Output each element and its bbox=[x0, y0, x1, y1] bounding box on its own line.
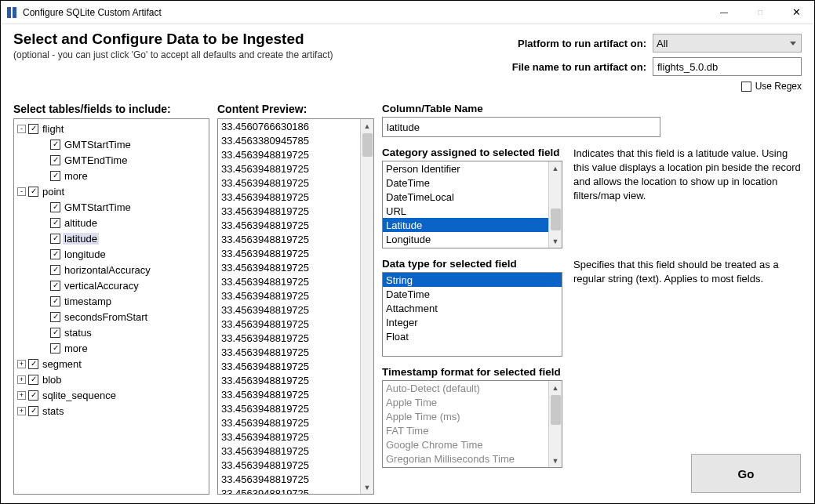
tree-checkbox[interactable]: ✓ bbox=[50, 296, 60, 306]
tree-node-label[interactable]: stats bbox=[41, 405, 65, 417]
tree-checkbox[interactable]: ✓ bbox=[28, 390, 38, 401]
tree-row[interactable]: -✓flight bbox=[17, 121, 206, 136]
tree-row[interactable]: ✓latitude bbox=[17, 230, 206, 246]
datatype-listbox[interactable]: StringDateTimeAttachmentIntegerFloat bbox=[382, 272, 562, 357]
list-item[interactable]: Float bbox=[383, 329, 562, 343]
preview-scrollbar[interactable]: ▲ ▼ bbox=[360, 119, 373, 494]
tree-node-label[interactable]: GMTStartTime bbox=[63, 201, 133, 213]
list-item[interactable]: Longitude bbox=[383, 232, 562, 246]
timestamp-listbox[interactable]: Auto-Detect (default)Apple TimeApple Tim… bbox=[382, 380, 562, 468]
scroll-up-icon[interactable]: ▲ bbox=[549, 161, 562, 175]
tree-checkbox[interactable]: ✓ bbox=[50, 281, 60, 291]
tree-row[interactable]: ✓status bbox=[17, 325, 206, 340]
tree-node-label[interactable]: altitude bbox=[63, 217, 99, 229]
tree-checkbox[interactable]: ✓ bbox=[28, 187, 38, 197]
tree-node-label[interactable]: latitude bbox=[63, 233, 99, 245]
tree-row[interactable]: ✓GMTStartTime bbox=[17, 199, 206, 215]
expand-icon[interactable]: + bbox=[17, 375, 26, 384]
tree-row[interactable]: +✓blob bbox=[17, 372, 206, 387]
expand-icon[interactable]: + bbox=[17, 407, 26, 415]
list-item[interactable]: URL bbox=[383, 204, 562, 218]
scroll-thumb[interactable] bbox=[551, 208, 561, 230]
tree-row[interactable]: ✓timestamp bbox=[17, 293, 206, 309]
tree-row[interactable]: ✓GMTStartTime bbox=[17, 136, 206, 152]
tree-checkbox[interactable]: ✓ bbox=[28, 406, 38, 416]
tree-row[interactable]: ✓secondsFromStart bbox=[17, 309, 206, 325]
scroll-up-icon[interactable]: ▲ bbox=[549, 381, 562, 394]
use-regex-label: Use Regex bbox=[755, 81, 802, 92]
tree-checkbox[interactable]: ✓ bbox=[50, 312, 60, 322]
list-item[interactable]: String bbox=[383, 273, 562, 287]
list-item[interactable]: Integer bbox=[383, 315, 562, 329]
scroll-down-icon[interactable]: ▼ bbox=[361, 480, 373, 494]
scroll-thumb[interactable] bbox=[551, 395, 561, 425]
tree-row[interactable]: ✓verticalAccuracy bbox=[17, 277, 206, 293]
tree-node-label[interactable]: point bbox=[41, 186, 66, 198]
list-item[interactable]: Person Identifier bbox=[383, 161, 562, 176]
expand-icon[interactable]: + bbox=[17, 391, 26, 400]
collapse-icon[interactable]: - bbox=[17, 125, 26, 133]
scroll-down-icon[interactable]: ▼ bbox=[549, 234, 562, 248]
tree-row[interactable]: +✓sqlite_sequence bbox=[17, 387, 206, 403]
tree-checkbox[interactable]: ✓ bbox=[50, 155, 60, 165]
tree-row[interactable]: -✓point bbox=[17, 183, 206, 199]
tree-node-label[interactable]: more bbox=[63, 343, 89, 354]
collapse-icon[interactable]: - bbox=[17, 187, 26, 196]
tree-node-label[interactable]: GMTStartTime bbox=[63, 139, 133, 150]
list-item[interactable]: Latitude bbox=[383, 218, 562, 232]
tree-checkbox[interactable]: ✓ bbox=[28, 375, 38, 385]
list-item[interactable]: DateTimeLocal bbox=[383, 190, 562, 204]
tree-checkbox[interactable]: ✓ bbox=[28, 359, 38, 369]
tree-checkbox[interactable]: ✓ bbox=[50, 265, 60, 275]
tree-checkbox[interactable]: ✓ bbox=[50, 234, 60, 244]
colname-input[interactable]: latitude bbox=[382, 117, 660, 137]
tree-checkbox[interactable]: ✓ bbox=[50, 328, 60, 338]
scroll-thumb[interactable] bbox=[362, 133, 373, 157]
list-item[interactable]: DateTime bbox=[383, 287, 562, 301]
tree-checkbox[interactable]: ✓ bbox=[50, 140, 60, 150]
tree-node-label[interactable]: segment bbox=[41, 358, 83, 370]
category-scrollbar[interactable]: ▲ ▼ bbox=[548, 161, 562, 248]
tree-checkbox[interactable]: ✓ bbox=[28, 124, 38, 134]
tree-row[interactable]: ✓altitude bbox=[17, 215, 206, 230]
tree-row[interactable]: +✓segment bbox=[17, 356, 206, 372]
go-button[interactable]: Go bbox=[691, 454, 801, 493]
tree-node-label[interactable]: more bbox=[63, 170, 89, 182]
list-item[interactable]: DateTime bbox=[383, 176, 562, 190]
tree-view[interactable]: -✓flight✓GMTStartTime✓GMTEndTime✓more-✓p… bbox=[13, 118, 209, 495]
scroll-down-icon[interactable]: ▼ bbox=[549, 454, 562, 467]
tree-row[interactable]: ✓more bbox=[17, 168, 206, 183]
tree-checkbox[interactable]: ✓ bbox=[50, 343, 60, 354]
tree-node-label[interactable]: longitude bbox=[63, 248, 107, 260]
tree-node-label[interactable]: timestamp bbox=[63, 296, 113, 307]
close-button[interactable]: ✕ bbox=[778, 1, 814, 24]
preview-line: 33.4563948819725 bbox=[221, 190, 370, 205]
tree-node-label[interactable]: blob bbox=[41, 374, 64, 386]
tree-row[interactable]: +✓stats bbox=[17, 403, 206, 419]
tree-node-label[interactable]: horizontalAccuracy bbox=[63, 264, 152, 276]
tree-node-label[interactable]: flight bbox=[41, 123, 65, 135]
tree-checkbox[interactable]: ✓ bbox=[50, 171, 60, 181]
tree-node-label[interactable]: status bbox=[63, 327, 93, 339]
tree-row[interactable]: ✓GMTEndTime bbox=[17, 152, 206, 168]
tree-checkbox[interactable]: ✓ bbox=[50, 249, 60, 259]
tree-checkbox[interactable]: ✓ bbox=[50, 218, 60, 228]
minimize-button[interactable]: — bbox=[706, 1, 742, 24]
tree-node-label[interactable]: verticalAccuracy bbox=[63, 280, 140, 292]
use-regex-checkbox[interactable] bbox=[741, 82, 751, 92]
tree-node-label[interactable]: sqlite_sequence bbox=[41, 390, 118, 401]
tree-row[interactable]: ✓longitude bbox=[17, 246, 206, 262]
filename-input[interactable]: flights_5.0.db bbox=[653, 57, 802, 76]
scroll-up-icon[interactable]: ▲ bbox=[361, 119, 373, 132]
maximize-button[interactable]: □ bbox=[742, 1, 778, 24]
tree-node-label[interactable]: GMTEndTime bbox=[63, 154, 129, 166]
category-listbox[interactable]: Person IdentifierDateTimeDateTimeLocalUR… bbox=[382, 161, 562, 248]
tree-checkbox[interactable]: ✓ bbox=[50, 202, 60, 212]
list-item[interactable]: Attachment bbox=[383, 301, 562, 315]
tree-node-label[interactable]: secondsFromStart bbox=[63, 311, 149, 323]
expand-icon[interactable]: + bbox=[17, 360, 26, 368]
tree-row[interactable]: ✓more bbox=[17, 340, 206, 356]
tree-row[interactable]: ✓horizontalAccuracy bbox=[17, 262, 206, 277]
platform-select[interactable]: All bbox=[653, 34, 802, 53]
timestamp-scrollbar[interactable]: ▲ ▼ bbox=[548, 381, 562, 467]
